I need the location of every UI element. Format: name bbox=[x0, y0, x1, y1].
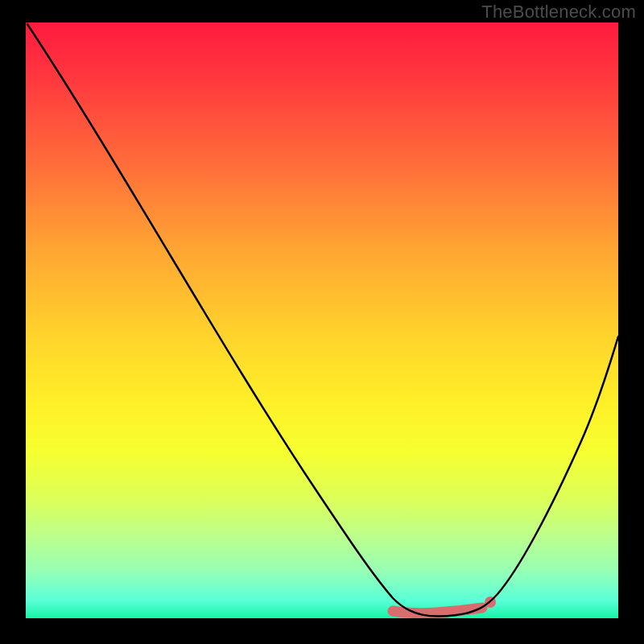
plot-area bbox=[26, 23, 618, 618]
watermark-text: TheBottleneck.com bbox=[481, 2, 636, 23]
bottleneck-curve bbox=[27, 24, 618, 617]
chart-frame: TheBottleneck.com bbox=[0, 0, 644, 644]
chart-svg bbox=[26, 23, 618, 618]
